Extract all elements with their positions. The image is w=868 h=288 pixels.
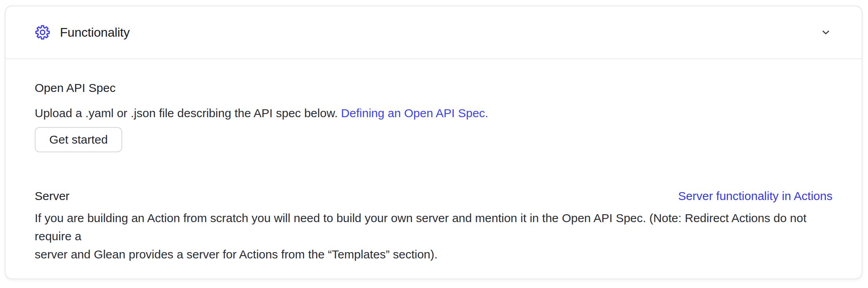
get-started-button[interactable]: Get started — [35, 127, 122, 152]
open-api-spec-description-text: Upload a .yaml or .json file describing … — [35, 107, 338, 120]
server-description: If you are building an Action from scrat… — [35, 209, 833, 264]
defining-open-api-spec-link[interactable]: Defining an Open API Spec. — [341, 107, 488, 120]
card-body: Open API Spec Upload a .yaml or .json fi… — [6, 59, 862, 264]
server-functionality-link[interactable]: Server functionality in Actions — [678, 189, 833, 203]
server-section: Server Server functionality in Actions I… — [35, 189, 833, 264]
functionality-card: Functionality Open API Spec Upload a .ya… — [5, 6, 862, 279]
gear-icon — [35, 24, 50, 40]
open-api-spec-label: Open API Spec — [35, 80, 833, 95]
chevron-down-icon[interactable] — [819, 26, 833, 39]
server-description-line-1: If you are building an Action from scrat… — [35, 209, 833, 245]
server-heading-row: Server Server functionality in Actions — [35, 189, 833, 204]
card-title: Functionality — [60, 25, 130, 40]
functionality-card-header[interactable]: Functionality — [6, 6, 862, 59]
open-api-spec-section: Open API Spec Upload a .yaml or .json fi… — [35, 80, 833, 152]
server-label: Server — [35, 189, 69, 204]
server-description-line-2: server and Glean provides a server for A… — [35, 245, 833, 264]
open-api-spec-description: Upload a .yaml or .json file describing … — [35, 104, 833, 122]
